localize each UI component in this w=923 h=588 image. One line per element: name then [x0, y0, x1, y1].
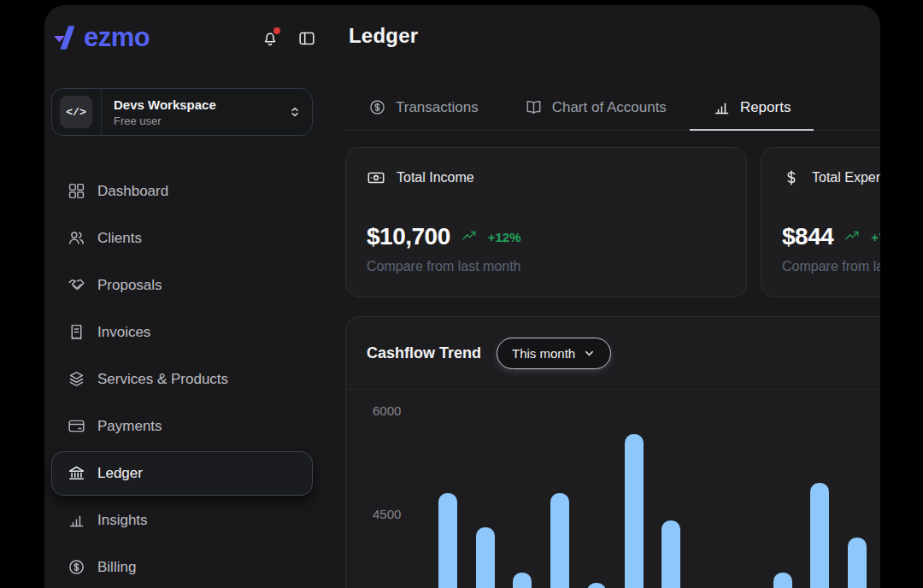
book-open-icon — [525, 98, 543, 116]
trending-up-icon — [842, 229, 862, 244]
sidebar-nav: DashboardClientsProposalsInvoicesService… — [51, 168, 313, 588]
receipt-icon — [68, 323, 85, 341]
sidebar-item-label: Payments — [97, 418, 162, 435]
chevrons-up-down-icon — [288, 105, 302, 119]
stat-card-delta: +12% — [488, 230, 521, 244]
sidebar-item-billing[interactable]: Billing — [51, 544, 313, 588]
cashflow-bar — [587, 583, 606, 588]
bar-chart-icon — [68, 511, 85, 529]
circle-dollar-icon — [368, 98, 386, 116]
sidebar-item-label: Ledger — [97, 465, 143, 482]
stat-card-note: Compare from last month — [367, 259, 726, 274]
sidebar: ezmo </> Devs Workspace — [44, 5, 345, 588]
sidebar-item-label: Invoices — [97, 324, 150, 341]
sidebar-item-payments[interactable]: Payments — [51, 403, 313, 450]
notifications-button[interactable] — [261, 29, 279, 48]
cashflow-card: Cashflow Trend This month 45006000 — [345, 316, 880, 588]
stat-card-total-expenses: Total Expenses$844+7%Compare from last m… — [761, 147, 880, 297]
tab-label: Reports — [740, 99, 791, 116]
sidebar-item-label: Services & Products — [97, 371, 228, 388]
stat-card-value: $10,700 — [367, 223, 450, 250]
app-window: ezmo </> Devs Workspace — [44, 5, 880, 588]
cashflow-bar — [476, 527, 495, 588]
workspace-plan: Free user — [114, 115, 288, 127]
tab-chart-of-accounts[interactable]: Chart of Accounts — [502, 85, 690, 131]
dollar-icon — [782, 168, 801, 187]
cashflow-bar — [513, 573, 532, 588]
stat-card-title: Total Expenses — [812, 170, 880, 185]
sidebar-item-label: Insights — [97, 512, 148, 529]
bell-icon — [261, 36, 279, 50]
cashflow-bar — [625, 434, 644, 588]
sidebar-item-dashboard[interactable]: Dashboard — [51, 168, 313, 215]
sidebar-item-label: Clients — [97, 230, 142, 247]
layers-icon — [68, 370, 85, 388]
bar-chart-icon — [713, 98, 731, 116]
cashflow-bar — [438, 493, 457, 588]
stat-card-note: Compare from last month — [782, 259, 880, 274]
sidebar-item-proposals[interactable]: Proposals — [51, 262, 313, 309]
sidebar-item-clients[interactable]: Clients — [51, 215, 313, 262]
divider — [101, 89, 102, 135]
cashflow-bar — [661, 520, 680, 588]
sidebar-item-insights[interactable]: Insights — [51, 497, 313, 544]
checkmark-slash-logo-icon — [53, 23, 82, 52]
sidebar-item-label: Proposals — [97, 277, 162, 294]
panel-left-icon — [297, 36, 316, 50]
cashflow-bar — [550, 493, 569, 588]
tab-reports[interactable]: Reports — [690, 85, 814, 131]
stat-cards-row: Total Income$10,700+12%Compare from last… — [345, 147, 880, 297]
stat-card-delta: +7% — [871, 230, 880, 244]
cashflow-bar — [773, 573, 792, 588]
cashflow-bar — [810, 483, 829, 588]
notification-badge — [273, 27, 280, 34]
workspace-switcher[interactable]: </> Devs Workspace Free user — [51, 88, 313, 136]
y-axis-tick-label: 6000 — [373, 403, 401, 418]
trending-up-icon — [459, 229, 479, 244]
sidebar-item-label: Dashboard — [97, 183, 168, 200]
banknote-icon — [367, 168, 385, 187]
tab-label: Transactions — [396, 99, 479, 116]
sidebar-toggle-button[interactable] — [297, 29, 316, 48]
handshake-icon — [68, 276, 85, 294]
tab-label: Chart of Accounts — [552, 99, 667, 116]
y-axis-tick-label: 4500 — [373, 507, 401, 521]
credit-card-icon — [68, 417, 85, 435]
stat-card-value: $844 — [782, 223, 833, 250]
tab-transactions[interactable]: Transactions — [345, 85, 502, 131]
sidebar-item-ledger[interactable]: Ledger — [51, 451, 313, 496]
workspace-icon: </> — [60, 96, 92, 128]
tab-bar: TransactionsChart of AccountsReports — [345, 85, 880, 131]
cashflow-chart: 45006000 — [346, 317, 880, 588]
users-icon — [68, 229, 85, 247]
bank-icon — [68, 464, 85, 482]
main-content: Ledger TransactionsChart of AccountsRepo… — [345, 5, 880, 588]
page-title: Ledger — [349, 24, 418, 48]
sidebar-item-label: Billing — [97, 559, 136, 576]
stat-card-title: Total Income — [397, 170, 474, 185]
circle-dollar-icon — [68, 558, 85, 576]
brand-logo: ezmo — [53, 22, 150, 53]
stat-card-total-income: Total Income$10,700+12%Compare from last… — [345, 147, 747, 297]
grid-icon — [68, 182, 85, 200]
sidebar-item-services-products[interactable]: Services & Products — [51, 356, 313, 403]
workspace-name: Devs Workspace — [114, 97, 288, 112]
cashflow-bar — [848, 538, 867, 588]
sidebar-item-invoices[interactable]: Invoices — [51, 309, 313, 356]
brand-name: ezmo — [84, 22, 150, 53]
